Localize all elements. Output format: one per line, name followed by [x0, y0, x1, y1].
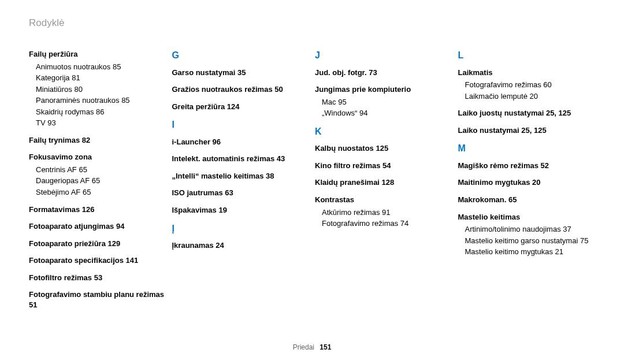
index-subentry: Artinimo/tolinimo naudojimas 37: [465, 224, 596, 235]
index-subentry: Laikmačio lemputė 20: [465, 91, 596, 102]
section-letter: K: [315, 125, 452, 138]
index-entry: Kino filtro režimas 54: [315, 161, 452, 171]
index-subentry: Panoraminės nuotraukos 85: [36, 95, 166, 106]
index-entry: Kontrastas: [315, 195, 452, 205]
index-entry: Laiko juostų nustatymai 25, 125: [458, 108, 596, 118]
column-1: Failų peržiūraAnimuotos nuotraukos 85Kat…: [29, 49, 166, 317]
index-entry: Kalbų nuostatos 125: [315, 143, 452, 154]
index-subentry: Daugeriopas AF 65: [36, 176, 166, 186]
index-entry: Fotofiltro režimas 53: [29, 273, 166, 283]
index-entry: Fokusavimo zona: [29, 152, 166, 162]
section-letter: J: [315, 49, 452, 62]
index-entry: Formatavimas 126: [29, 205, 166, 215]
page-title: Rodyklė: [29, 17, 595, 29]
index-subentry: Skaidrių rodymas 86: [36, 107, 166, 117]
section-letter: M: [458, 142, 596, 155]
index-subentry: Fotografavimo režimas 60: [465, 80, 596, 90]
column-2: GGarso nustatymai 35Gražios nuotraukos r…: [172, 49, 310, 317]
index-entry: Maitinimo mygtukas 20: [458, 177, 596, 188]
column-3: JJud. obj. fotgr. 73Jungimas prie kompiu…: [315, 49, 452, 317]
index-entry: Fotoaparato priežiūra 129: [29, 239, 166, 249]
index-subentry: Animuotos nuotraukos 85: [36, 62, 166, 72]
index-entry: Išpakavimas 19: [172, 205, 310, 216]
column-4: LLaikmatisFotografavimo režimas 60Laikma…: [458, 49, 596, 317]
section-letter: I: [172, 118, 310, 131]
index-subentry: Mastelio keitimo garso nustatymai 75: [465, 236, 596, 246]
index-entry: Laikmatis: [458, 68, 596, 78]
index-entry: Greita peržiūra 124: [172, 102, 310, 112]
index-entry: Laiko nustatymai 25, 125: [458, 125, 596, 136]
index-subentry: Mastelio keitimo mygtukas 21: [465, 247, 596, 257]
index-entry: Mastelio keitimas: [458, 212, 596, 222]
index-columns: Failų peržiūraAnimuotos nuotraukos 85Kat…: [29, 49, 595, 317]
index-entry: Fotoaparato atjungimas 94: [29, 221, 166, 232]
index-entry: Intelekt. automatinis režimas 43: [172, 154, 310, 164]
footer-section: Priedai: [293, 343, 314, 351]
index-entry: Garso nustatymai 35: [172, 68, 310, 78]
index-entry: Fotografavimo stambiu planu režimas 51: [29, 289, 166, 310]
index-entry: Įkraunamas 24: [172, 240, 310, 251]
index-entry: ISO jautrumas 63: [172, 188, 310, 198]
index-entry: Failų peržiūra: [29, 49, 166, 60]
index-subentry: „Windows“ 94: [322, 108, 452, 118]
index-subentry: Atkūrimo režimas 91: [322, 207, 452, 218]
index-entry: Makrokoman. 65: [458, 195, 596, 205]
index-subentry: Kategorija 81: [36, 73, 166, 83]
index-entry: Failų trynimas 82: [29, 135, 166, 146]
index-entry: Jungimas prie kompiuterio: [315, 84, 452, 95]
index-entry: Fotoaparato specifikacijos 141: [29, 255, 166, 266]
index-subentry: TV 93: [36, 118, 166, 128]
index-entry: Magiško rėmo režimas 52: [458, 161, 596, 171]
section-letter: L: [458, 49, 596, 62]
index-entry: Gražios nuotraukos režimas 50: [172, 84, 310, 95]
index-subentry: Miniatiūros 80: [36, 84, 166, 95]
page-footer: Priedai 151: [0, 343, 624, 351]
index-entry: Jud. obj. fotgr. 73: [315, 68, 452, 78]
index-subentry: Stebėjimo AF 65: [36, 187, 166, 198]
index-entry: Klaidų pranešimai 128: [315, 177, 452, 188]
footer-page-number: 151: [320, 343, 331, 351]
section-letter: G: [172, 49, 310, 62]
index-entry: i-Launcher 96: [172, 137, 310, 147]
section-letter: Į: [172, 222, 310, 235]
index-subentry: Fotografavimo režimas 74: [322, 218, 452, 229]
index-entry: „Intelli“ mastelio keitimas 38: [172, 171, 310, 181]
index-subentry: Centrinis AF 65: [36, 165, 166, 175]
index-subentry: Mac 95: [322, 97, 452, 107]
